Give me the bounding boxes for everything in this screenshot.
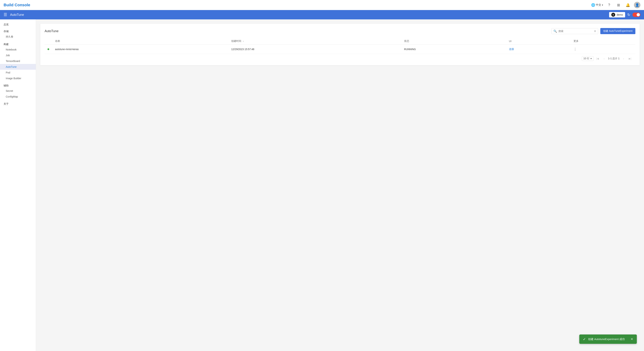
notifications-button[interactable]: 🔔 xyxy=(624,2,631,8)
search-box: 🔍 ✕ xyxy=(552,28,598,34)
sidebar-item-tensorboard[interactable]: TensorBoard xyxy=(0,58,36,64)
card-title: AutoTune xyxy=(44,29,58,33)
menu-icon[interactable]: ☰ xyxy=(4,12,7,17)
prev-page-button[interactable]: ‹ xyxy=(602,56,606,61)
sidebar-section-about: 关于 xyxy=(0,101,36,106)
toast-success-icon: ✓ xyxy=(583,337,586,341)
first-page-button[interactable]: |◀ xyxy=(595,56,600,61)
page-info: 1-1 总计 1 xyxy=(608,57,620,60)
sidebar-item-configmap[interactable]: ConfigMap xyxy=(0,94,36,99)
sidebar-item-autotune[interactable]: AutoTune xyxy=(0,64,36,70)
next-page-button[interactable]: › xyxy=(621,56,626,61)
search-clear-icon[interactable]: ✕ xyxy=(594,29,596,33)
chevron-down-icon: ▾ xyxy=(602,4,603,6)
sidebar-item-job[interactable]: Job xyxy=(0,52,36,58)
more-options-button[interactable]: ⋮ xyxy=(574,47,577,51)
page-size-selector: 10 行 ▼ xyxy=(582,56,594,61)
th-ui: UI xyxy=(506,38,571,45)
nav-bar-right: ● demo ↻ xyxy=(609,12,640,17)
refresh-button[interactable]: ↻ xyxy=(627,12,630,17)
toast-message: 创建 AutotuneExperiment 成功 xyxy=(588,338,625,341)
person-icon: 👤 xyxy=(635,3,639,7)
status-text: RUNNING xyxy=(401,45,506,54)
main-layout: 总览 存储 持久卷 构建 Notebook Job TensorBoard Au… xyxy=(0,19,644,351)
search-icon: 🔍 xyxy=(554,29,557,33)
user-avatar-button[interactable]: 👤 xyxy=(634,2,640,8)
lang-icon: 🌐 xyxy=(591,3,595,7)
running-dot xyxy=(48,48,49,50)
th-created-at[interactable]: 创建时间 ↓ xyxy=(228,38,401,45)
language-label: 中文 xyxy=(596,3,601,7)
sidebar-item-secret[interactable]: Secret xyxy=(0,88,36,94)
sidebar-section-storage: 存储 xyxy=(0,28,36,34)
created-at: 12/29/2023 15:57:48 xyxy=(228,45,401,54)
nav-title: AutoTune xyxy=(10,13,24,17)
toast-notification: ✓ 创建 AutotuneExperiment 成功 ✕ xyxy=(579,335,637,344)
nav-bar: ☰ AutoTune ● demo ↻ xyxy=(0,10,644,19)
sidebar-item-pvc[interactable]: 持久卷 xyxy=(0,34,36,40)
sidebar-item-notebook[interactable]: Notebook xyxy=(0,47,36,52)
last-page-button[interactable]: ▶| xyxy=(628,56,632,61)
toast-close-button[interactable]: ✕ xyxy=(630,337,633,341)
card-header-right: 🔍 ✕ 创建 AutoTuneExperiment xyxy=(552,28,635,34)
toggle-switch[interactable] xyxy=(632,12,640,17)
language-selector[interactable]: 🌐 中文 ▾ xyxy=(591,3,603,7)
th-dot xyxy=(44,38,52,45)
demo-avatar: ● xyxy=(611,13,615,17)
apps-button[interactable]: ⊞ xyxy=(615,2,622,8)
th-status: 状态 xyxy=(401,38,506,45)
page-size-dropdown[interactable]: 10 行 ▼ xyxy=(582,56,594,61)
more-cell[interactable]: ⋮ xyxy=(571,45,635,54)
create-autotune-button[interactable]: 创建 AutoTuneExperiment xyxy=(600,28,635,34)
sidebar-item-image-builder[interactable]: Image Builder xyxy=(0,75,36,81)
bell-icon: 🔔 xyxy=(626,3,630,7)
created-at-label: 创建时间 xyxy=(231,39,241,42)
status-dot-cell xyxy=(44,45,52,54)
search-input[interactable] xyxy=(558,30,592,32)
sort-down-icon: ↓ xyxy=(243,40,244,42)
demo-label: demo xyxy=(617,13,623,16)
content-card: AutoTune 🔍 ✕ 创建 AutoTuneExperiment 名称 xyxy=(40,24,640,65)
th-more: 更多 xyxy=(571,38,635,45)
ui-connect-link[interactable]: 连接 xyxy=(509,48,514,50)
sidebar-section-overview: 总览 xyxy=(0,21,36,27)
pagination: 10 行 ▼ |◀ ‹ 1-1 总计 1 › ▶| xyxy=(44,54,635,61)
help-button[interactable]: ? xyxy=(606,2,612,8)
card-header: AutoTune 🔍 ✕ 创建 AutoTuneExperiment xyxy=(44,28,635,34)
dropdown-icon: ▼ xyxy=(590,57,592,60)
table-row: autotune-mnist-keras 12/29/2023 15:57:48… xyxy=(44,45,635,54)
th-name: 名称 xyxy=(52,38,228,45)
sidebar-section-auxiliary: 辅助 xyxy=(0,83,36,88)
experiment-name: autotune-mnist-keras xyxy=(52,45,228,54)
demo-badge[interactable]: ● demo xyxy=(609,12,625,17)
apps-icon: ⊞ xyxy=(617,3,620,7)
ui-link-cell[interactable]: 连接 xyxy=(506,45,571,54)
page-size-label: 10 行 xyxy=(584,57,589,60)
sidebar-section-build: 构建 xyxy=(0,41,36,47)
sidebar: 总览 存储 持久卷 构建 Notebook Job TensorBoard Au… xyxy=(0,19,36,351)
sidebar-item-pod[interactable]: Pod xyxy=(0,70,36,75)
help-icon: ? xyxy=(608,3,610,7)
app-bar-actions: 🌐 中文 ▾ ? ⊞ 🔔 👤 xyxy=(591,2,640,8)
app-bar: Build Console 🌐 中文 ▾ ? ⊞ 🔔 👤 xyxy=(0,0,644,10)
app-title: Build Console xyxy=(4,3,30,7)
main-content: AutoTune 🔍 ✕ 创建 AutoTuneExperiment 名称 xyxy=(36,19,644,351)
nav-bar-left: ☰ AutoTune xyxy=(4,12,24,17)
autotune-table: 名称 创建时间 ↓ 状态 UI 更多 xyxy=(44,38,635,54)
